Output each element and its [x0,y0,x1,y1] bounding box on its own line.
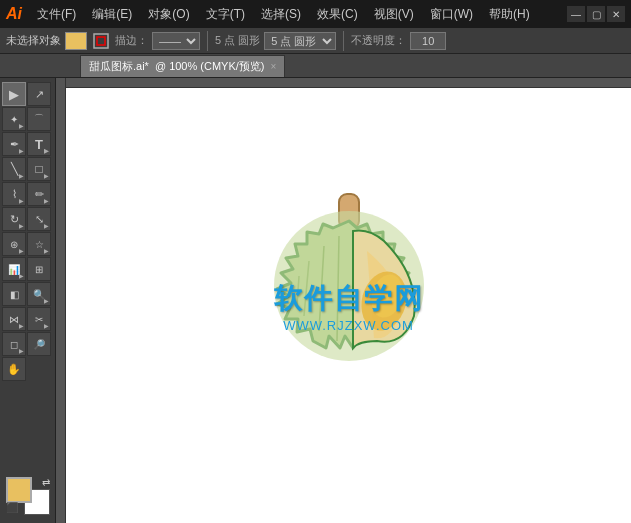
tool-row-8: 📊▶ ⊞ [2,257,53,281]
magic-wand-tool[interactable]: ✦▶ [2,107,26,131]
no-selection-label: 未选择对象 [6,33,61,48]
scale-tool[interactable]: ⤡▶ [27,207,51,231]
tool-row-1: ▶ ↗ [2,82,53,106]
vertical-ruler [56,78,66,523]
tool-row-4: ╲▶ □▶ [2,157,53,181]
tab-mode: @ 100% (CMYK/预览) [155,59,265,74]
tool-row-3: ✒▶ T▶ [2,132,53,156]
window-controls[interactable]: — ▢ ✕ [567,6,625,22]
horizontal-ruler [56,78,631,88]
pencil-tool[interactable]: ✏▶ [27,182,51,206]
menu-view[interactable]: 视图(V) [367,4,421,25]
stroke-label: 描边： [115,33,148,48]
eraser-tool[interactable]: ◻▶ [2,332,26,356]
gradient-tool[interactable]: ◧ [2,282,26,306]
menu-select[interactable]: 选择(S) [254,4,308,25]
menu-edit[interactable]: 编辑(E) [85,4,139,25]
graph-tool[interactable]: 📊▶ [2,257,26,281]
app-logo: Ai [6,5,22,23]
mesh-tool[interactable]: ⊞ [27,257,51,281]
zoom-tool[interactable]: 🔎 [27,332,51,356]
rect-tool[interactable]: □▶ [27,157,51,181]
tab-bar: 甜瓜图标.ai* @ 100% (CMYK/预览) × [0,54,631,78]
maximize-button[interactable]: ▢ [587,6,605,22]
hand-tool[interactable]: ✋ [2,357,26,381]
menu-effect[interactable]: 效果(C) [310,4,365,25]
canvas-bg: 软件自学网 WWW.RJZXW.COM [66,88,631,523]
divider-1 [207,31,208,51]
menu-file[interactable]: 文件(F) [30,4,83,25]
opacity-label: 不透明度： [351,33,406,48]
title-bar: Ai 文件(F) 编辑(E) 对象(O) 文字(T) 选择(S) 效果(C) 视… [0,0,631,28]
empty-tool [27,357,51,381]
menu-window[interactable]: 窗口(W) [423,4,480,25]
type-tool[interactable]: T▶ [27,132,51,156]
tab-filename: 甜瓜图标.ai* [89,59,149,74]
point-shape-label: 5 点 圆形 [215,33,260,48]
color-swatches: ⇄ ⬛ [6,477,50,515]
tool-row-6: ↻▶ ⤡▶ [2,207,53,231]
foreground-color-swatch[interactable] [6,477,32,503]
line-tool[interactable]: ╲▶ [2,157,26,181]
main-layout: ▶ ↗ ✦▶ ⌒ ✒▶ T▶ ╲▶ □▶ ⌇▶ ✏▶ ↻▶ ⤡▶ ⊛▶ [0,78,631,523]
tab-close-button[interactable]: × [270,61,276,72]
document-tab[interactable]: 甜瓜图标.ai* @ 100% (CMYK/预览) × [80,55,285,77]
opacity-input[interactable] [410,32,446,50]
tool-row-5: ⌇▶ ✏▶ [2,182,53,206]
close-button[interactable]: ✕ [607,6,625,22]
point-shape-select[interactable]: 5 点 圆形 [264,32,336,50]
symbol-tool[interactable]: ☆▶ [27,232,51,256]
tool-row-9: ◧ 🔍▶ [2,282,53,306]
tool-row-2: ✦▶ ⌒ [2,107,53,131]
select-tool[interactable]: ▶ [2,82,26,106]
eyedropper-tool[interactable]: 🔍▶ [27,282,51,306]
divider-2 [343,31,344,51]
menu-bar[interactable]: 文件(F) 编辑(E) 对象(O) 文字(T) 选择(S) 效果(C) 视图(V… [30,4,567,25]
rotate-tool[interactable]: ↻▶ [2,207,26,231]
direct-select-tool[interactable]: ↗ [27,82,51,106]
tool-row-7: ⊛▶ ☆▶ [2,232,53,256]
tool-row-10: ⋈▶ ✂▶ [2,307,53,331]
svg-rect-1 [97,37,105,45]
default-colors-icon[interactable]: ⬛ [6,502,18,513]
swap-colors-icon[interactable]: ⇄ [42,477,50,488]
menu-object[interactable]: 对象(O) [141,4,196,25]
slice-tool[interactable]: ✂▶ [27,307,51,331]
warp-tool[interactable]: ⊛▶ [2,232,26,256]
minimize-button[interactable]: — [567,6,585,22]
toolbox: ▶ ↗ ✦▶ ⌒ ✒▶ T▶ ╲▶ □▶ ⌇▶ ✏▶ ↻▶ ⤡▶ ⊛▶ [0,78,56,523]
blend-tool[interactable]: ⋈▶ [2,307,26,331]
pen-tool[interactable]: ✒▶ [2,132,26,156]
fill-swatch[interactable] [65,32,87,50]
menu-type[interactable]: 文字(T) [199,4,252,25]
options-bar: 未选择对象 描边： —— 5 点 圆形 5 点 圆形 不透明度： [0,28,631,54]
canvas-area[interactable]: 软件自学网 WWW.RJZXW.COM [56,78,631,523]
paintbrush-tool[interactable]: ⌇▶ [2,182,26,206]
color-area: ⇄ ⬛ [2,473,53,519]
menu-help[interactable]: 帮助(H) [482,4,537,25]
stroke-style-select[interactable]: —— [152,32,200,50]
durian-illustration [229,186,469,426]
tool-row-11: ◻▶ 🔎 [2,332,53,356]
tool-row-12: ✋ [2,357,53,381]
stroke-icon[interactable] [91,32,111,50]
svg-rect-0 [94,34,108,48]
lasso-tool[interactable]: ⌒ [27,107,51,131]
